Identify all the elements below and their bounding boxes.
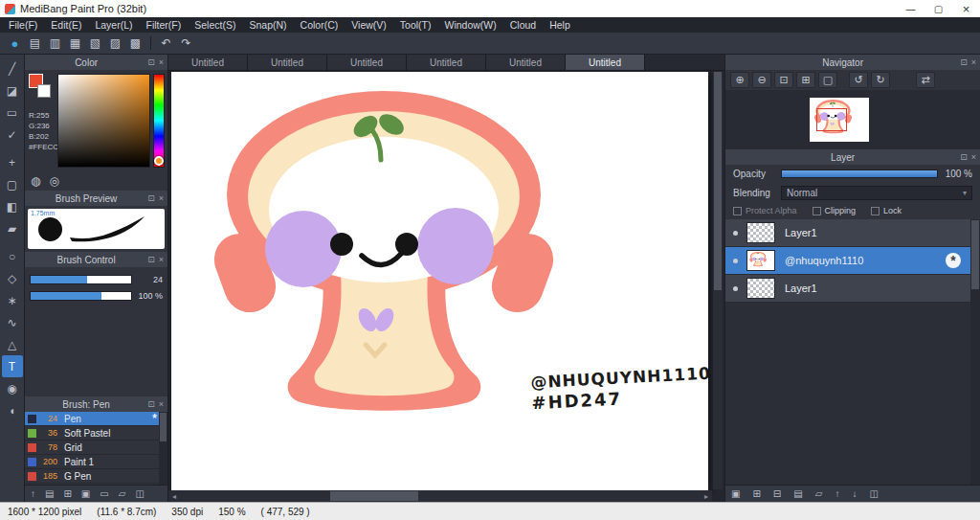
polygon-tool-icon[interactable]: ◇ [2, 267, 23, 289]
menu-layer[interactable]: Layer(L) [88, 19, 139, 31]
duplicate-layer-icon[interactable]: ⊞ [752, 488, 760, 499]
lock-checkbox[interactable]: Lock [871, 206, 902, 215]
new-brush-icon[interactable]: ▤ [45, 488, 54, 499]
menu-tool[interactable]: Tool(T) [393, 19, 438, 31]
brush-list-item[interactable]: 24 Pen * [25, 412, 167, 426]
grid-view-icon[interactable]: ▨ [105, 34, 125, 53]
brush-opacity-slider[interactable] [30, 291, 132, 301]
scroll-right-arrow[interactable]: ▸ [701, 490, 712, 502]
upload-brush-icon[interactable]: ↑ [31, 488, 35, 499]
wand-tool-icon[interactable]: ∗ [2, 289, 23, 311]
text-tool-icon[interactable]: T [2, 355, 23, 377]
material-panel-icon[interactable]: ▩ [125, 34, 145, 53]
layer-row-selected[interactable]: @nhuquynh1110 * [725, 247, 970, 275]
document-tab-active[interactable]: Untitled [566, 55, 645, 70]
brush-check-tool-icon[interactable]: ✓ [2, 124, 23, 146]
zoom-in-icon[interactable]: ⊕ [730, 72, 749, 88]
close-panel-icon[interactable]: × [159, 399, 164, 409]
move-tool-icon[interactable]: + [2, 151, 23, 173]
close-button[interactable]: × [952, 0, 980, 17]
move-layer-up-icon[interactable]: ↑ [835, 488, 839, 499]
document-tab[interactable]: Untitled [486, 55, 566, 70]
brush-list-scrollbar[interactable] [159, 412, 167, 485]
add-folder-icon[interactable]: ▱ [815, 488, 823, 499]
color-swatches[interactable] [29, 74, 54, 99]
close-panel-icon[interactable]: × [159, 255, 164, 264]
hue-slider[interactable] [153, 74, 165, 168]
document-tab[interactable]: Untitled [248, 55, 327, 70]
marquee-tool-icon[interactable]: ▭ [2, 102, 23, 124]
brush-settings-gear-icon[interactable]: * [152, 412, 157, 425]
shape-tool-icon[interactable]: ○ [2, 245, 23, 267]
save-canvas-icon[interactable]: ▥ [45, 34, 65, 53]
canvas-vertical-scrollbar[interactable] [713, 72, 723, 489]
close-panel-icon[interactable]: × [159, 193, 164, 203]
hand-tool-icon[interactable]: ◖ [2, 399, 23, 421]
menu-edit[interactable]: Edit(E) [44, 19, 88, 31]
layer-folder-icon[interactable]: ▤ [793, 488, 802, 499]
brush-size-slider[interactable] [30, 275, 132, 284]
float-panel-icon[interactable]: ⊡ [147, 399, 155, 409]
navigator-viewport-rect[interactable] [816, 108, 847, 131]
palette-icon[interactable]: ◍ [31, 174, 40, 188]
actual-size-icon[interactable]: ⊞ [796, 72, 815, 88]
close-panel-icon[interactable]: × [971, 152, 976, 162]
saturation-value-picker[interactable] [57, 74, 150, 168]
layer-visibility-icon[interactable] [733, 286, 738, 291]
eyedropper-tool-icon[interactable]: ◉ [2, 377, 23, 399]
menu-window[interactable]: Window(W) [438, 19, 503, 31]
delete-brush-icon[interactable]: ◫ [135, 488, 144, 499]
flip-view-icon[interactable]: ⇄ [916, 72, 935, 88]
layer-settings-gear-icon[interactable]: * [946, 253, 961, 268]
menu-select[interactable]: Select(S) [188, 19, 242, 31]
rotate-right-icon[interactable]: ↻ [871, 72, 890, 88]
layer-list-scrollbar[interactable] [970, 219, 980, 485]
menu-cloud[interactable]: Cloud [503, 19, 543, 31]
color-set-icon[interactable]: ◎ [49, 174, 58, 188]
curve-tool-icon[interactable]: ∿ [2, 311, 23, 333]
document-tab[interactable]: Untitled [327, 55, 407, 70]
merge-layer-icon[interactable]: ⊟ [773, 488, 781, 499]
maximize-button[interactable]: ▢ [924, 0, 952, 17]
export-icon[interactable]: ▧ [85, 34, 105, 53]
protect-alpha-checkbox[interactable]: Protect Alpha [733, 206, 797, 215]
open-canvas-icon[interactable]: ▤ [25, 34, 45, 53]
layer-opacity-slider[interactable] [781, 170, 938, 178]
float-panel-icon[interactable]: ⊡ [960, 152, 968, 162]
move-layer-down-icon[interactable]: ↓ [852, 488, 857, 499]
brush-list-item[interactable]: 36 Soft Pastel [25, 426, 167, 441]
menu-view[interactable]: View(V) [345, 19, 393, 31]
comment-icon[interactable]: ▦ [65, 34, 85, 53]
scroll-left-arrow[interactable]: ◂ [168, 490, 180, 502]
document-tab[interactable]: Untitled [168, 55, 248, 70]
menu-file[interactable]: File(F) [2, 19, 44, 31]
pen-tool-icon[interactable]: ╱ [2, 57, 23, 79]
divide-tool-icon[interactable]: △ [2, 333, 23, 355]
menu-filter[interactable]: Filter(F) [140, 19, 189, 31]
document-tab[interactable]: Untitled [407, 55, 486, 70]
menu-color[interactable]: Color(C) [294, 19, 345, 31]
clipping-checkbox[interactable]: Clipping [813, 206, 857, 215]
minimize-button[interactable]: — [897, 0, 924, 17]
close-panel-icon[interactable]: × [971, 57, 976, 67]
hue-marker[interactable] [154, 156, 164, 166]
float-panel-icon[interactable]: ⊡ [960, 57, 968, 67]
brush-folder-icon[interactable]: ▭ [100, 488, 108, 499]
float-panel-icon[interactable]: ⊡ [147, 57, 155, 67]
float-panel-icon[interactable]: ⊡ [147, 255, 155, 264]
brush-list-item[interactable]: 200 Paint 1 [25, 455, 167, 469]
close-panel-icon[interactable]: × [159, 57, 164, 67]
reset-view-icon[interactable]: ▢ [818, 72, 837, 88]
open-folder-icon[interactable]: ▱ [119, 488, 126, 499]
delete-layer-icon[interactable]: ◫ [869, 488, 878, 499]
color-sphere-icon[interactable]: ● [5, 34, 25, 53]
zoom-out-icon[interactable]: ⊖ [752, 72, 771, 88]
drawing-canvas[interactable]: @NHUQUYNH1110 #HD247 [171, 72, 708, 490]
background-swatch[interactable] [37, 84, 51, 98]
duplicate-brush-icon[interactable]: ⊞ [63, 488, 71, 499]
float-panel-icon[interactable]: ⊡ [147, 193, 155, 203]
horizontal-scroll-thumb[interactable] [330, 491, 418, 501]
edit-brush-icon[interactable]: ▣ [81, 488, 90, 499]
eraser-tool-icon[interactable]: ◪ [2, 79, 23, 102]
brush-list-item[interactable]: 78 Grid [25, 441, 167, 455]
